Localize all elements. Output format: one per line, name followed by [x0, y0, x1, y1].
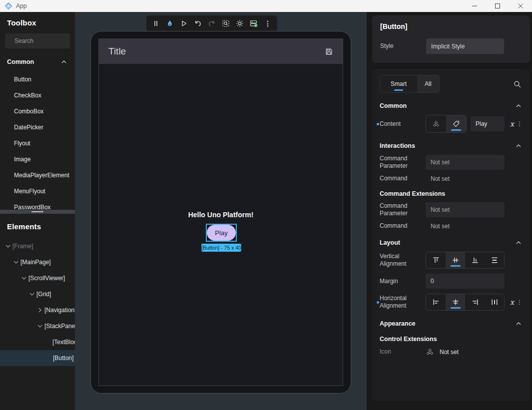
selected-element-name: [Button] — [380, 22, 522, 30]
binding-icon[interactable] — [426, 115, 446, 132]
save-icon[interactable] — [325, 47, 333, 56]
expression-icon[interactable]: x — [510, 298, 514, 306]
icon-row: Icon Not set — [380, 348, 523, 356]
more-options-icon[interactable]: ⋮ — [517, 299, 523, 306]
command-parameter-row: Command Parameter — [380, 155, 523, 170]
icon-value[interactable]: Not set — [440, 349, 459, 356]
icon-label: Icon — [380, 348, 426, 356]
content-row: Content x ⋮ — [380, 115, 523, 133]
tab-smart[interactable]: Smart — [380, 75, 417, 92]
window-controls — [463, 0, 532, 12]
valign-stretch-icon[interactable] — [485, 252, 504, 268]
tab-all-label: All — [425, 80, 431, 87]
panel-resize-handle[interactable] — [0, 210, 75, 214]
chevron-down-icon[interactable] — [12, 258, 20, 266]
tree-item-mainpage[interactable]: [MainPage] — [0, 254, 75, 270]
content-input[interactable] — [471, 116, 505, 131]
section-interactions-title: Interactions — [380, 142, 515, 149]
hot-reload-flame-icon[interactable] — [165, 18, 175, 28]
tree-item-button-selected[interactable]: [Button] — [0, 350, 75, 366]
tree-item-stackpanel[interactable]: [StackPanel] — [0, 318, 75, 334]
section-appearance-header[interactable]: Appearance — [380, 320, 523, 328]
active-toggle-underline — [451, 307, 461, 309]
toolbox-item-mediaplayerelement[interactable]: MediaPlayerElement — [0, 167, 75, 183]
expression-icon[interactable]: x — [510, 120, 514, 128]
maximize-button[interactable] — [486, 0, 509, 12]
valign-bottom-icon[interactable] — [465, 252, 485, 268]
toolbox-title: Toolbox — [7, 18, 75, 27]
connection-status-icon[interactable] — [249, 18, 259, 28]
tree-item-frame[interactable]: [Frame] — [0, 238, 75, 254]
more-options-icon[interactable]: ⋮ — [263, 18, 273, 28]
tree-item-scrollviewer[interactable]: [ScrollViewer] — [0, 270, 75, 286]
preview-page-title: Title — [108, 46, 325, 57]
toolbox-search[interactable] — [5, 33, 70, 48]
zoom-selection-icon[interactable] — [221, 18, 231, 28]
chevron-down-icon[interactable] — [20, 274, 28, 282]
toolbox-item-image[interactable]: Image — [0, 151, 75, 167]
modified-indicator-dot — [377, 301, 379, 304]
control-extensions-header: Control Extensions — [380, 336, 523, 343]
command-value[interactable]: Not set — [426, 175, 505, 182]
chevron-up-icon — [515, 239, 523, 247]
valign-top-icon[interactable] — [426, 252, 446, 268]
toolbox-item-datepicker[interactable]: DatePicker — [0, 119, 75, 135]
margin-row: Margin — [380, 274, 523, 289]
binding-icon[interactable] — [426, 348, 434, 356]
property-search-icon[interactable] — [513, 80, 522, 88]
pause-icon[interactable] — [151, 18, 161, 28]
halign-center-icon[interactable] — [446, 294, 465, 310]
command-parameter-input[interactable] — [426, 155, 505, 170]
tree-item-navigationbar[interactable]: [NavigationE — [0, 302, 75, 318]
device-screen[interactable]: Title Hello Uno Platform! Play [Button] … — [98, 38, 343, 386]
greeting-text: Hello Uno Platform! — [99, 211, 343, 219]
section-common-header[interactable]: Common — [380, 102, 523, 110]
undo-icon[interactable] — [193, 18, 203, 28]
horizontal-alignment-group — [426, 294, 505, 311]
toolbox-item-combobox[interactable]: ComboBox — [0, 103, 75, 119]
play-icon[interactable] — [179, 18, 189, 28]
ext-command-row: Command Not set — [380, 222, 523, 230]
style-input[interactable] — [426, 38, 504, 54]
toolbox-item-checkbox[interactable]: CheckBox — [0, 87, 75, 103]
toolbox-item-flyout[interactable]: Flyout — [0, 135, 75, 151]
toolbox-search-input[interactable] — [14, 37, 75, 44]
halign-right-icon[interactable] — [465, 294, 485, 310]
redo-icon[interactable] — [207, 18, 217, 28]
modified-indicator-dot — [377, 123, 379, 125]
vertical-alignment-group — [426, 252, 505, 269]
preview-titlebar: Title — [99, 39, 343, 64]
margin-label: Margin — [380, 278, 426, 285]
toolbox-item-button[interactable]: Button — [0, 71, 75, 87]
chevron-down-icon[interactable] — [4, 242, 12, 250]
chevron-down-icon[interactable] — [36, 322, 44, 330]
section-interactions-header[interactable]: Interactions — [380, 142, 523, 150]
tab-smart-label: Smart — [391, 80, 407, 87]
content-label: Content — [380, 120, 426, 128]
ext-command-value[interactable]: Not set — [426, 223, 505, 230]
tag-icon[interactable] — [446, 115, 466, 132]
ext-command-parameter-input[interactable] — [426, 202, 505, 217]
halign-left-icon[interactable] — [426, 294, 446, 310]
chevron-right-icon[interactable] — [36, 306, 44, 314]
section-layout-title: Layout — [380, 239, 515, 246]
section-layout-header[interactable]: Layout — [380, 239, 523, 247]
minimize-button[interactable] — [463, 0, 486, 12]
tab-all[interactable]: All — [417, 75, 439, 92]
preview-play-button[interactable]: Play — [207, 225, 236, 241]
theme-toggle-sun-icon[interactable] — [235, 18, 245, 28]
valign-center-icon[interactable] — [446, 252, 465, 268]
tree-item-textblock[interactable]: [TextBloc — [0, 334, 75, 350]
more-options-icon[interactable]: ⋮ — [517, 120, 523, 127]
halign-stretch-icon[interactable] — [485, 294, 504, 310]
design-canvas[interactable]: ⋮ Title Hello Uno Platform! Play — [75, 12, 367, 410]
toolbox-section-common[interactable]: Common — [0, 55, 75, 68]
tree-item-grid[interactable]: [Grid] — [0, 286, 75, 302]
section-appearance-title: Appearance — [380, 320, 515, 327]
chevron-up-icon — [515, 142, 523, 150]
toolbox-item-menuflyout[interactable]: MenuFlyout — [0, 183, 75, 199]
margin-input[interactable] — [426, 274, 505, 289]
chevron-down-icon[interactable] — [28, 290, 36, 298]
close-button[interactable] — [509, 0, 532, 12]
content-source-toggle — [426, 115, 467, 133]
